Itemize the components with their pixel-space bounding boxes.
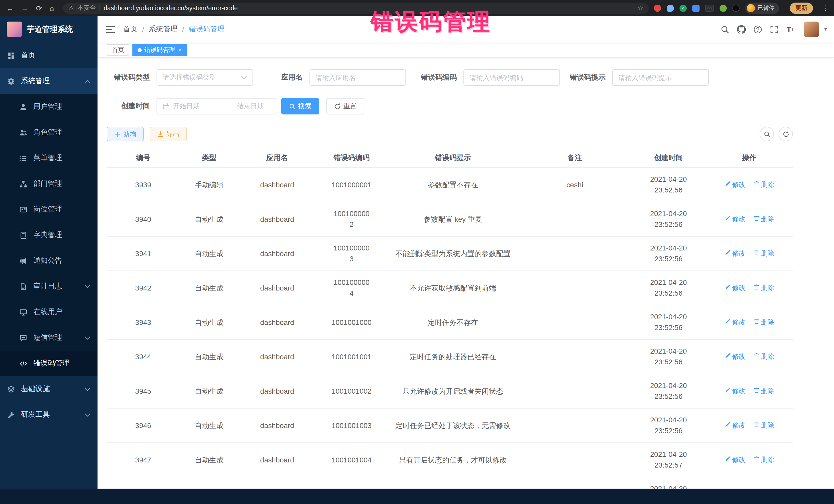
sidebar-toggle-icon[interactable] xyxy=(97,25,123,33)
sidebar-logo[interactable]: 芋道管理系统 xyxy=(0,16,97,43)
edit-link[interactable]: 修改 xyxy=(724,421,745,431)
warning-icon: ⚠ xyxy=(68,4,74,12)
cell-actions: 修改删除 xyxy=(706,208,793,231)
font-size-icon[interactable]: TT xyxy=(783,22,797,37)
delete-link[interactable]: 删除 xyxy=(753,317,774,327)
sidebar-item-dict-management[interactable]: 字典管理 xyxy=(0,222,97,248)
edit-link[interactable]: 修改 xyxy=(724,352,745,362)
error-code-input[interactable] xyxy=(469,74,554,81)
delete-link[interactable]: 删除 xyxy=(753,180,774,190)
chevron-down-icon xyxy=(85,285,90,288)
cell-actions: 修改删除 xyxy=(706,449,793,471)
extension-drop-icon[interactable] xyxy=(667,4,674,12)
breadcrumb-system[interactable]: 系统管理 xyxy=(149,25,178,34)
fullscreen-icon[interactable] xyxy=(767,22,781,37)
sidebar-item-online-users[interactable]: 在线用户 xyxy=(0,299,97,325)
gear-icon xyxy=(7,77,15,85)
extension-red-icon[interactable] xyxy=(654,4,661,12)
monitor-icon xyxy=(20,308,27,316)
extension-pin-icon[interactable] xyxy=(732,4,740,12)
app-name-input[interactable] xyxy=(316,74,400,81)
column-header: 操作 xyxy=(706,148,793,167)
end-date-placeholder[interactable]: 结束日期 xyxy=(237,102,264,111)
close-tab-icon[interactable]: × xyxy=(178,46,182,53)
sidebar-item-post-management[interactable]: 岗位管理 xyxy=(0,197,97,222)
cell-id: 3942 xyxy=(107,277,180,300)
tab-error-code[interactable]: 错误码管理 × xyxy=(132,44,187,56)
toggle-search-button[interactable] xyxy=(760,127,774,141)
sidebar-item-infrastructure[interactable]: 基础设施 xyxy=(0,376,97,402)
table-row: 3939手动编辑dashboard1001000001参数配置不存在ceshi2… xyxy=(107,168,793,202)
browser-forward-icon[interactable]: → xyxy=(21,4,28,12)
error-hint-input[interactable] xyxy=(618,74,703,81)
delete-link[interactable]: 删除 xyxy=(753,455,774,465)
edit-link[interactable]: 修改 xyxy=(724,214,745,224)
edit-link[interactable]: 修改 xyxy=(724,317,745,327)
sidebar-item-sms-management[interactable]: 短信管理 xyxy=(0,325,97,351)
edit-link[interactable]: 修改 xyxy=(724,386,745,396)
user-avatar[interactable] xyxy=(804,22,819,37)
delete-link[interactable]: 删除 xyxy=(753,214,774,224)
profile-avatar xyxy=(747,4,755,12)
search-button[interactable]: 搜索 xyxy=(281,98,319,114)
add-button[interactable]: 新增 xyxy=(107,127,144,141)
edit-icon xyxy=(724,421,730,431)
browser-profile-chip[interactable]: 已暂停 xyxy=(745,2,779,14)
delete-link[interactable]: 删除 xyxy=(753,352,774,362)
cell-id: 3939 xyxy=(107,173,180,196)
browser-reload-icon[interactable]: ⟳ xyxy=(36,4,42,12)
sidebar-item-audit-log[interactable]: 审计日志 xyxy=(0,273,97,299)
bookmark-star-icon[interactable]: ☆ xyxy=(638,4,643,12)
browser-home-icon[interactable]: ⌂ xyxy=(49,4,54,12)
sidebar-item-role-management[interactable]: 角色管理 xyxy=(0,119,97,145)
sidebar-item-system-management[interactable]: 系统管理 xyxy=(0,68,97,94)
error-hint-input-box xyxy=(612,69,709,86)
browser-update-button[interactable]: 更新 xyxy=(790,2,813,14)
refresh-table-button[interactable] xyxy=(778,127,793,141)
delete-link[interactable]: 删除 xyxy=(753,283,774,293)
export-button[interactable]: 导出 xyxy=(150,127,187,141)
error-code-input-box xyxy=(463,69,560,86)
cell-code: 1001001001 xyxy=(316,345,388,368)
page-url[interactable]: dashboard.yudao.iocoder.cn/system/error-… xyxy=(104,4,238,12)
edit-link[interactable]: 修改 xyxy=(724,180,745,190)
help-icon[interactable] xyxy=(750,22,765,37)
delete-link[interactable]: 删除 xyxy=(753,249,774,259)
reset-button[interactable]: 重置 xyxy=(326,98,365,114)
tab-home[interactable]: 首页 xyxy=(107,44,129,56)
start-date-placeholder[interactable]: 开始日期 xyxy=(173,102,200,111)
error-type-select[interactable]: 请选择错误码类型 xyxy=(156,69,253,86)
delete-link[interactable]: 删除 xyxy=(753,421,774,431)
date-range-picker[interactable]: 开始日期 - 结束日期 xyxy=(156,98,276,114)
avatar-caret-icon[interactable]: ▼ xyxy=(823,27,828,32)
edit-link[interactable]: 修改 xyxy=(724,249,745,259)
cell-time: 2021-04-20 23:52:56 xyxy=(631,202,706,236)
app-name-input-box xyxy=(309,69,406,86)
sidebar-item-dept-management[interactable]: 部门管理 xyxy=(0,171,97,197)
sidebar-item-error-code-management[interactable]: 错误码管理 xyxy=(0,351,97,376)
edit-link[interactable]: 修改 xyxy=(724,455,745,465)
extension-check-icon[interactable]: ✓ xyxy=(680,4,687,12)
extension-leaf-icon[interactable] xyxy=(720,4,727,12)
edit-link[interactable]: 修改 xyxy=(724,283,745,293)
sidebar-item-user-management[interactable]: 用户管理 xyxy=(0,94,97,119)
sidebar-item-notice-management[interactable]: 通知公告 xyxy=(0,248,97,273)
extension-grid-icon[interactable] xyxy=(692,4,700,12)
search-icon[interactable] xyxy=(718,22,732,37)
browser-menu-icon[interactable]: ⋮ xyxy=(818,4,834,12)
filter-row-2: 创建时间 开始日期 - 结束日期 搜索 重置 xyxy=(107,98,793,114)
search-icon xyxy=(764,131,770,137)
breadcrumb-home[interactable]: 首页 xyxy=(123,25,137,34)
trash-icon xyxy=(753,421,759,431)
sidebar-item-home[interactable]: 首页 xyxy=(0,43,97,68)
github-icon[interactable] xyxy=(734,22,748,37)
delete-link[interactable]: 删除 xyxy=(753,386,774,396)
browser-back-icon[interactable]: ← xyxy=(6,4,13,12)
sidebar-item-menu-management[interactable]: 菜单管理 xyxy=(0,145,97,171)
extension-on-badge[interactable]: on xyxy=(705,4,714,12)
security-label[interactable]: 不安全 xyxy=(78,4,96,12)
edit-icon xyxy=(724,214,730,224)
address-bar[interactable]: ⚠ 不安全 dashboard.yudao.iocoder.cn/system/… xyxy=(63,2,649,14)
sidebar-item-dev-tools[interactable]: 研发工具 xyxy=(0,402,97,428)
cell-remark: ceshi xyxy=(518,173,631,196)
